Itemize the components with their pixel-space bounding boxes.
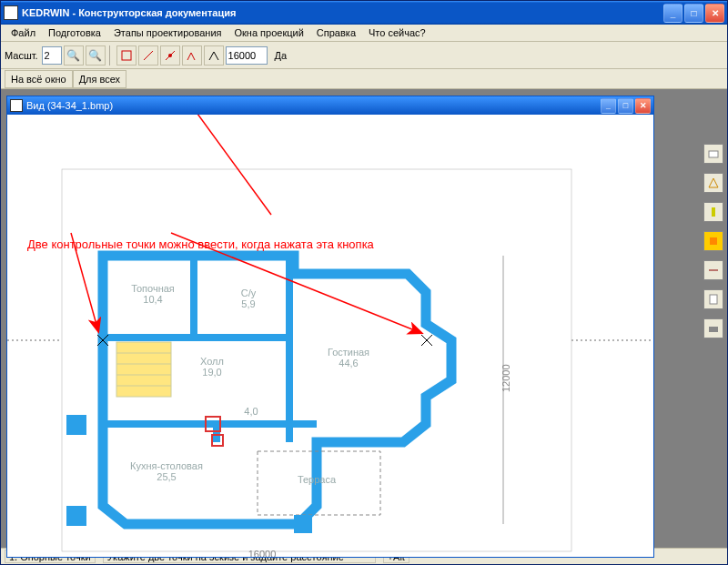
tool-4[interactable]	[182, 45, 202, 66]
tool-palette	[703, 144, 725, 338]
scale-label: Масшт.	[5, 50, 38, 61]
svg-line-1	[144, 51, 153, 60]
distance-input[interactable]	[226, 46, 268, 65]
dim-width: 16000	[248, 549, 277, 557]
floor-plan: 16000 12000 Топочная 10,4 С/у 5,9 Холл 1…	[7, 115, 653, 557]
scale-input[interactable]	[42, 46, 62, 65]
svg-rect-21	[116, 342, 171, 397]
svg-rect-28	[66, 506, 86, 526]
main-window: KEDRWIN - Конструкторская документация _…	[0, 0, 728, 565]
menu-file[interactable]: Файл	[5, 25, 42, 40]
tool-2[interactable]	[138, 45, 158, 66]
tool-control-points[interactable]	[204, 45, 224, 66]
room-2-name: Холл	[200, 356, 224, 367]
room-0-name: Топочная	[131, 283, 175, 294]
svg-rect-4	[709, 151, 718, 157]
svg-rect-9	[710, 295, 717, 304]
child-title: Вид (34-34_1.bmp)	[26, 100, 601, 111]
tool-3[interactable]	[160, 45, 180, 66]
dim-height: 12000	[500, 364, 511, 392]
toolbar-fit: На всё окно Для всех	[1, 69, 727, 89]
svg-point-3	[168, 54, 172, 57]
svg-marker-5	[709, 178, 718, 187]
fit-window-button[interactable]: На всё окно	[5, 70, 73, 88]
menu-prep[interactable]: Подготовка	[42, 25, 107, 40]
room-3-area: 44,6	[339, 358, 358, 368]
svg-rect-29	[294, 515, 312, 533]
palette-doc-icon[interactable]	[703, 289, 723, 309]
window-title: KEDRWIN - Конструкторская документация	[22, 7, 663, 18]
menubar: Файл Подготовка Этапы проектирования Окн…	[1, 25, 727, 42]
palette-view-icon[interactable]	[703, 173, 723, 193]
room-3-name: Гостиная	[328, 347, 369, 358]
room-4-area: 4,0	[244, 406, 258, 417]
svg-rect-0	[122, 51, 131, 60]
svg-rect-27	[66, 415, 86, 435]
room-1-area: 5,9	[241, 298, 255, 309]
menu-stages[interactable]: Этапы проектирования	[107, 25, 228, 40]
zoom-out-button[interactable]: 🔍	[86, 45, 106, 66]
room-5-name: Кухня-столовая	[130, 460, 203, 471]
menu-whatnow[interactable]: Что сейчас?	[362, 25, 432, 40]
drawing-canvas[interactable]: 16000 12000 Топочная 10,4 С/у 5,9 Холл 1…	[7, 115, 653, 557]
menu-windows[interactable]: Окна проекций	[228, 25, 310, 40]
for-all-button[interactable]: Для всех	[73, 70, 126, 88]
separator-icon	[109, 45, 113, 66]
svg-rect-6	[712, 207, 715, 217]
minimize-button[interactable]: _	[663, 4, 682, 23]
room-2-area: 19,0	[202, 367, 221, 378]
close-button[interactable]: ✕	[705, 4, 724, 23]
annotation-text: Две контрольные точки можно ввести, когд…	[27, 237, 374, 251]
tool-1[interactable]	[116, 45, 136, 66]
apply-button[interactable]: Да	[269, 50, 293, 61]
menu-help[interactable]: Справка	[310, 25, 362, 40]
room-0-area: 10,4	[143, 294, 162, 305]
palette-color-icon[interactable]	[703, 231, 723, 251]
child-titlebar: Вид (34-34_1.bmp) _ □ ✕	[7, 96, 653, 115]
palette-info-icon[interactable]	[703, 202, 723, 222]
main-titlebar: KEDRWIN - Конструкторская документация _…	[1, 1, 727, 25]
child-close-button[interactable]: ✕	[635, 98, 651, 114]
child-icon	[10, 99, 23, 112]
room-5-area: 25,5	[157, 471, 176, 482]
maximize-button[interactable]: □	[684, 4, 703, 23]
mdi-child: Вид (34-34_1.bmp) _ □ ✕	[6, 96, 654, 558]
app-icon	[4, 5, 18, 20]
child-maximize-button[interactable]: □	[618, 98, 633, 114]
palette-print-icon[interactable]	[703, 318, 723, 338]
mdi-area: Вид (34-34_1.bmp) _ □ ✕	[1, 89, 727, 548]
svg-rect-7	[710, 237, 717, 245]
child-minimize-button[interactable]: _	[601, 98, 616, 114]
palette-layer-icon[interactable]	[703, 144, 723, 164]
room-6-name: Терраса	[298, 474, 337, 485]
toolbar-main: Масшт. 🔍 🔍 Да	[1, 42, 727, 69]
room-1-name: С/у	[241, 288, 257, 298]
zoom-in-button[interactable]: 🔍	[64, 45, 84, 66]
palette-dim-icon[interactable]	[703, 260, 723, 280]
svg-rect-10	[709, 327, 718, 332]
